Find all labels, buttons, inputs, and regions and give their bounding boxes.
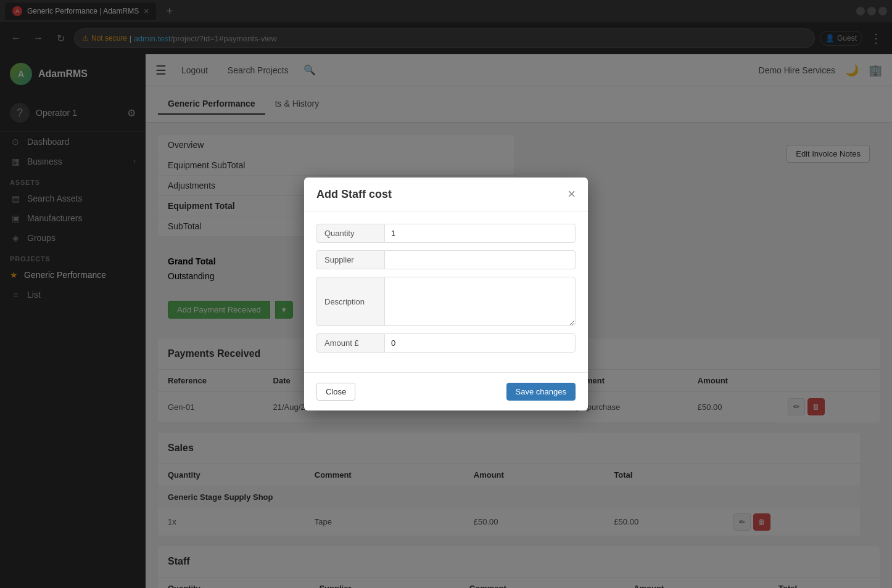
modal-body: Quantity Supplier Description Amount £ bbox=[304, 211, 588, 372]
modal-header: Add Staff cost × bbox=[304, 178, 588, 211]
description-group: Description bbox=[316, 277, 576, 326]
description-label: Description bbox=[316, 277, 384, 326]
description-input[interactable] bbox=[384, 277, 576, 326]
modal-footer: Close Save changes bbox=[304, 372, 588, 410]
modal-close-button[interactable]: × bbox=[568, 187, 576, 201]
amount-group: Amount £ bbox=[316, 333, 576, 353]
modal-title: Add Staff cost bbox=[316, 188, 392, 201]
quantity-group: Quantity bbox=[316, 224, 576, 243]
amount-label: Amount £ bbox=[316, 333, 384, 353]
modal-save-button[interactable]: Save changes bbox=[506, 383, 576, 401]
add-staff-cost-modal: Add Staff cost × Quantity Supplier Descr… bbox=[304, 178, 588, 410]
modal-close-footer-button[interactable]: Close bbox=[316, 383, 355, 401]
modal-overlay: Add Staff cost × Quantity Supplier Descr… bbox=[0, 0, 892, 588]
quantity-input[interactable] bbox=[384, 224, 576, 243]
supplier-label: Supplier bbox=[316, 250, 384, 269]
amount-input[interactable] bbox=[384, 333, 576, 353]
quantity-label: Quantity bbox=[316, 224, 384, 243]
supplier-input[interactable] bbox=[384, 250, 576, 269]
supplier-group: Supplier bbox=[316, 250, 576, 269]
